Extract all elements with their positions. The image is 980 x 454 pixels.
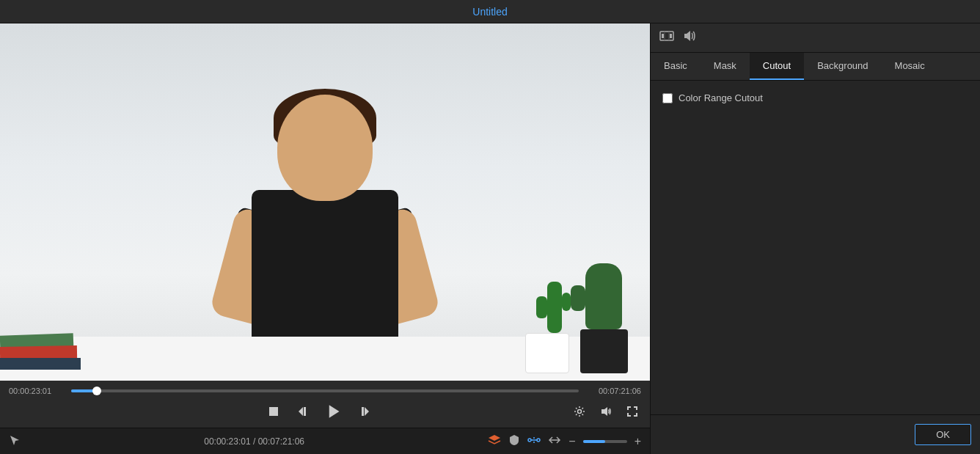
tab-basic[interactable]: Basic [651,53,701,80]
zoom-slider-fill [583,440,605,443]
progress-thumb[interactable] [92,387,101,395]
right-panel: Basic Mask Cutout Background Mosaic Colo… [650,23,980,454]
controls-right [571,403,641,420]
video-container [0,23,650,381]
audio-icon[interactable] [683,29,696,46]
svg-marker-7 [601,407,607,416]
volume-button[interactable] [597,403,615,420]
tab-mask[interactable]: Mask [701,53,750,80]
title-bar: Untitled [0,0,980,23]
time-current: 00:00:23:01 [9,387,64,395]
zoom-out-icon[interactable]: − [568,435,575,448]
book-dark [0,358,81,370]
step-back-button[interactable] [294,403,312,420]
window-title: Untitled [472,6,507,18]
color-range-cutout-row: Color Range Cutout [662,92,968,103]
svg-rect-2 [304,407,306,416]
layers-icon[interactable] [488,434,501,449]
svg-point-9 [537,439,540,442]
progress-bar-row: 00:00:23:01 00:07:21:06 [9,381,641,398]
plants-decoration [503,256,635,373]
controls-center [265,401,373,422]
toolbar-right: − + [488,434,641,449]
tabs-row: Basic Mask Cutout Background Mosaic [651,53,980,81]
toolbar-time-display: 00:00:23:01 / 00:07:21:06 [204,436,304,447]
ok-button[interactable]: OK [915,424,971,445]
zoom-slider[interactable] [583,440,627,443]
person-figure [98,95,552,381]
video-controls: 00:00:23:01 00:07:21:06 [0,381,650,428]
svg-point-6 [578,410,582,414]
plant-pot-dark [580,329,628,373]
stop-button[interactable] [265,403,282,420]
connect-icon[interactable] [527,434,541,449]
tab-background[interactable]: Background [804,53,881,80]
color-range-cutout-label: Color Range Cutout [679,92,763,103]
play-button[interactable] [323,401,344,422]
tab-mosaic[interactable]: Mosaic [882,53,938,80]
loop-icon[interactable] [548,434,561,449]
person-head [277,95,373,201]
color-range-cutout-checkbox[interactable] [662,93,673,103]
settings-button[interactable] [571,403,588,420]
bottom-toolbar: 00:00:23:01 / 00:07:21:06 − + [0,428,650,454]
tab-cutout[interactable]: Cutout [750,53,804,80]
plant-pot-white [525,333,569,373]
shield-icon[interactable] [508,434,520,449]
svg-point-8 [528,439,531,442]
svg-marker-1 [299,407,303,416]
video-panel: 00:00:23:01 00:07:21:06 [0,23,650,454]
main-area: 00:00:23:01 00:07:21:06 [0,23,980,454]
right-panel-header [651,23,980,53]
video-preview [0,23,650,381]
cactus-small [547,282,562,333]
svg-rect-5 [362,407,364,416]
playback-controls-row [9,398,641,428]
step-forward-button[interactable] [356,403,373,420]
film-icon[interactable] [659,29,674,46]
fullscreen-button[interactable] [624,403,641,420]
time-total: 00:07:21:06 [586,387,641,395]
person-torso [252,190,398,337]
svg-marker-3 [329,405,340,418]
svg-rect-12 [670,34,672,38]
toolbar-left [9,434,21,449]
svg-marker-4 [365,407,369,416]
panel-content: Color Range Cutout [651,81,980,414]
books-decoration [0,311,88,370]
svg-rect-11 [662,34,664,38]
progress-bar-track[interactable] [71,389,579,392]
svg-rect-0 [269,407,278,416]
zoom-in-icon[interactable]: + [635,435,641,448]
panel-footer: OK [651,414,980,454]
cactus-large [585,263,622,329]
cursor-tool-icon[interactable] [9,434,21,449]
